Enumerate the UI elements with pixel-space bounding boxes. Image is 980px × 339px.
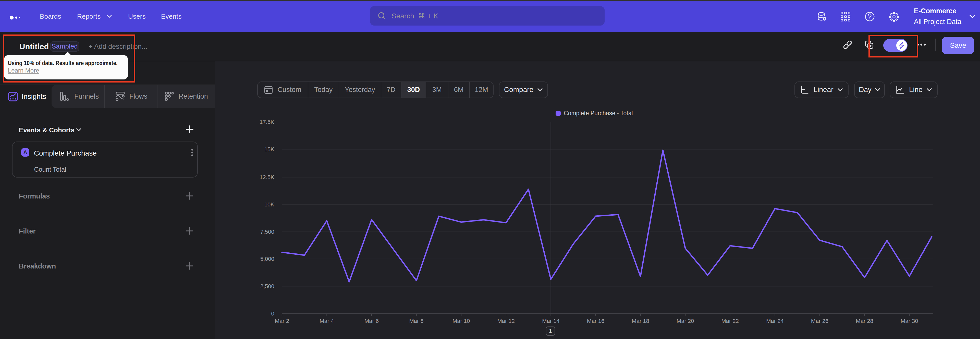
svg-text:17.5K: 17.5K [259, 119, 274, 125]
svg-text:Mar 28: Mar 28 [856, 318, 873, 324]
svg-text:Mar 8: Mar 8 [409, 318, 423, 324]
svg-text:Mar 2: Mar 2 [275, 318, 289, 324]
svg-text:15K: 15K [264, 146, 274, 152]
svg-text:Mar 16: Mar 16 [587, 318, 605, 324]
svg-text:Mar 12: Mar 12 [497, 318, 515, 324]
svg-text:5,000: 5,000 [260, 256, 274, 262]
svg-text:Mar 26: Mar 26 [811, 318, 829, 324]
svg-text:Mar 18: Mar 18 [632, 318, 649, 324]
svg-text:7,500: 7,500 [260, 229, 274, 235]
svg-text:Mar 30: Mar 30 [900, 318, 918, 324]
svg-text:2,500: 2,500 [260, 283, 274, 289]
svg-text:Mar 20: Mar 20 [676, 318, 694, 324]
svg-text:Mar 14: Mar 14 [542, 318, 559, 324]
svg-text:Mar 6: Mar 6 [364, 318, 379, 324]
svg-text:Mar 10: Mar 10 [452, 318, 470, 324]
svg-text:Mar 22: Mar 22 [721, 318, 739, 324]
svg-text:10K: 10K [264, 201, 274, 208]
svg-text:Mar 4: Mar 4 [320, 318, 334, 324]
svg-text:Mar 24: Mar 24 [766, 318, 783, 324]
svg-text:12.5K: 12.5K [259, 174, 274, 181]
svg-text:0: 0 [271, 310, 274, 317]
